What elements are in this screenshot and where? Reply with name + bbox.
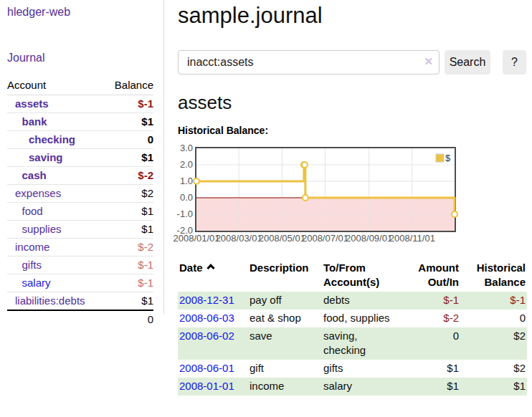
account-row: expenses$2	[7, 185, 153, 203]
sidebar-item-journal[interactable]: Journal	[7, 52, 163, 64]
account-link[interactable]: cash	[22, 169, 47, 181]
svg-text:2008/03/01: 2008/03/01	[216, 233, 262, 244]
historical-balance-chart[interactable]: 3.02.01.00.0-1.0-2.02008/01/012008/03/01…	[178, 143, 532, 247]
chart-caption: Historical Balance:	[178, 125, 532, 136]
transaction-date-cell: 2008-06-01	[178, 360, 248, 378]
amount-column-header: Amount Out/In	[401, 259, 460, 292]
account-link[interactable]: expenses	[15, 187, 61, 199]
account-name-cell: income	[7, 239, 80, 257]
svg-text:2008/05/01: 2008/05/01	[259, 233, 305, 244]
date-column-header[interactable]: Date	[178, 259, 248, 292]
accounts-total-value: 0	[80, 310, 153, 328]
legend-swatch-icon	[436, 154, 444, 162]
account-row: food$1	[7, 203, 153, 221]
account-name-cell: gifts	[7, 257, 80, 274]
clear-search-icon[interactable]: ✕	[424, 55, 433, 68]
accounts-total-row: 0	[7, 310, 153, 328]
account-name-cell: liabilities:debts	[7, 292, 80, 311]
transaction-row: 2008-12-31pay offdebts$-1$-1	[178, 292, 527, 310]
transaction-amount: $1	[401, 360, 460, 378]
transaction-accounts: food, supplies	[322, 310, 401, 327]
accounts-table: Account Balance assets$-1bank$1checking0…	[7, 77, 153, 328]
svg-text:1.0: 1.0	[180, 176, 193, 186]
account-balance: 0	[80, 131, 153, 149]
transaction-date-link[interactable]: 2008-06-01	[179, 362, 234, 374]
transaction-row: 2008-06-03eat & shopfood, supplies$-20	[178, 310, 527, 327]
account-name-cell: checking	[7, 131, 80, 149]
transaction-description: gift	[248, 360, 322, 378]
legend-label: $	[445, 153, 451, 163]
account-link[interactable]: bank	[22, 115, 47, 128]
account-name-cell: bank	[7, 113, 80, 131]
account-name-cell: assets	[7, 95, 80, 113]
account-row: checking0	[7, 131, 153, 149]
accounts-table-header: Account Balance	[7, 77, 153, 95]
transaction-description: pay off	[248, 292, 322, 310]
search-input-wrap: ✕	[178, 50, 440, 75]
svg-text:0.0: 0.0	[180, 192, 193, 203]
search-input[interactable]	[178, 50, 440, 75]
transaction-date-link[interactable]: 2008-06-03	[179, 312, 234, 324]
account-link[interactable]: checking	[29, 133, 75, 145]
transaction-balance: $2	[460, 360, 527, 378]
search-bar: ✕ Search ?	[178, 50, 532, 75]
transaction-date-link[interactable]: 2008-01-01	[179, 380, 234, 392]
search-button[interactable]: Search	[445, 50, 490, 75]
svg-text:-1.0: -1.0	[177, 208, 193, 219]
transaction-amount: $-2	[401, 310, 460, 327]
account-link[interactable]: salary	[22, 277, 51, 289]
svg-text:2008/01/01: 2008/01/01	[173, 233, 219, 244]
sort-ascending-icon	[206, 264, 214, 272]
account-balance: $1	[80, 113, 153, 131]
account-link[interactable]: income	[15, 241, 49, 253]
account-row: salary$-1	[7, 274, 153, 292]
transaction-description: save	[248, 327, 322, 360]
transaction-date-cell: 2008-06-02	[178, 327, 248, 360]
transaction-description: eat & shop	[248, 310, 322, 327]
transaction-amount: $-1	[401, 292, 460, 310]
account-row: gifts$-1	[7, 257, 153, 274]
transaction-balance: $-1	[460, 292, 527, 310]
transaction-amount: $1	[401, 378, 460, 396]
balance-column-header: Historical Balance	[460, 259, 527, 292]
chart-canvas[interactable]: 3.02.01.00.0-1.0-2.02008/01/012008/03/01…	[178, 143, 532, 247]
account-link[interactable]: supplies	[22, 223, 62, 235]
register-table-header: Date Description To/From Account(s) Amou…	[178, 259, 527, 292]
account-row: liabilities:debts$1	[7, 292, 153, 311]
account-row: supplies$1	[7, 221, 153, 239]
account-name-cell: expenses	[7, 185, 80, 203]
accounts-column-header: To/From Account(s)	[322, 259, 401, 292]
account-name-cell: salary	[7, 274, 80, 292]
account-link[interactable]: gifts	[22, 259, 42, 271]
transaction-date-link[interactable]: 2008-12-31	[179, 294, 234, 306]
app-brand-link[interactable]: hledger-web	[7, 6, 163, 18]
transaction-row: 2008-06-01giftgifts$1$2	[178, 360, 527, 378]
transaction-date-cell: 2008-01-01	[178, 378, 248, 396]
svg-text:2008/09/01: 2008/09/01	[346, 233, 392, 244]
account-balance: $2	[80, 185, 153, 203]
account-balance: $1	[80, 292, 153, 311]
account-column-header: Account	[7, 77, 80, 95]
svg-text:2.0: 2.0	[180, 159, 193, 170]
sidebar: hledger-web Journal Account Balance asse…	[0, 0, 164, 314]
account-name-cell: cash	[7, 167, 80, 185]
account-balance: $1	[80, 149, 153, 167]
help-button[interactable]: ?	[503, 50, 526, 75]
svg-text:3.0: 3.0	[180, 143, 193, 153]
balance-column-header: Balance	[80, 77, 153, 95]
account-row: saving$1	[7, 149, 153, 167]
account-balance: $-2	[80, 167, 153, 185]
account-link[interactable]: liabilities:debts	[15, 294, 85, 307]
account-name-cell: saving	[7, 149, 80, 167]
transaction-date-link[interactable]: 2008-06-02	[179, 330, 234, 342]
account-balance: $-1	[80, 274, 153, 292]
account-row: assets$-1	[7, 95, 153, 113]
svg-text:2008/07/01: 2008/07/01	[302, 233, 348, 244]
account-link[interactable]: assets	[15, 97, 49, 110]
account-name-cell: supplies	[7, 221, 80, 239]
account-balance: $-2	[80, 239, 153, 257]
main-content: sample.journal ✕ Search ? assets Histori…	[178, 0, 532, 396]
svg-text:2008/11/01: 2008/11/01	[389, 233, 435, 244]
account-link[interactable]: food	[22, 205, 43, 217]
account-link[interactable]: saving	[29, 151, 63, 163]
